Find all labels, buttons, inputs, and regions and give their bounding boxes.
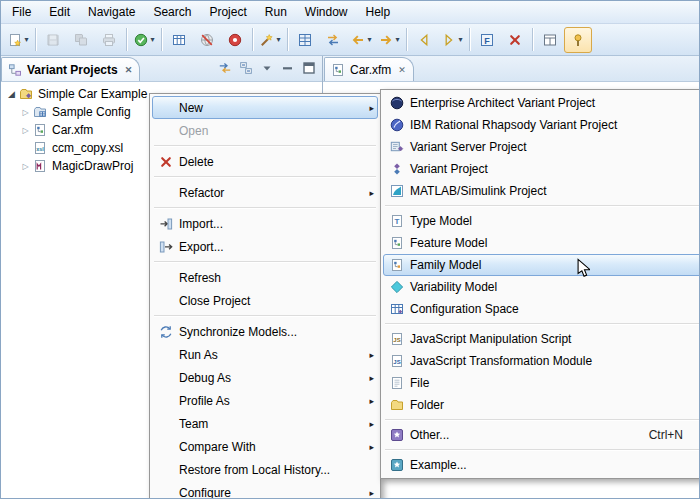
tree-expander-icon[interactable]: ◢ xyxy=(5,89,18,99)
menu-item-variant-project[interactable]: Variant Project xyxy=(383,158,700,180)
web-disabled-button[interactable] xyxy=(193,27,221,53)
pin-editor-button[interactable] xyxy=(564,27,592,53)
swap-arrows-button[interactable] xyxy=(319,27,347,53)
menu-item-feature-model[interactable]: Feature Model xyxy=(383,232,700,254)
menu-item-export[interactable]: Export... xyxy=(152,235,378,258)
dropdown-arrow-icon[interactable]: ▾ xyxy=(24,35,28,44)
menu-item-close-project[interactable]: Close Project xyxy=(152,289,378,312)
collapse-all-button[interactable] xyxy=(237,59,255,77)
menu-item-import[interactable]: Import... xyxy=(152,212,378,235)
table-editor-button[interactable] xyxy=(165,27,193,53)
forward-button[interactable]: ▾ xyxy=(375,27,403,53)
dropdown-arrow-icon[interactable]: ▾ xyxy=(367,35,371,44)
type-model-icon: T xyxy=(389,213,405,229)
dropdown-arrow-icon[interactable]: ▾ xyxy=(276,35,280,44)
menu-item-icon-slot xyxy=(387,139,407,155)
link-with-editor-icon xyxy=(217,60,233,76)
toolbar-separator xyxy=(532,28,533,51)
menu-item-label: Other... xyxy=(407,428,649,442)
next-annotation-button[interactable]: ▾ xyxy=(438,27,466,53)
tab-variant-projects[interactable]: Variant Projects xyxy=(1,57,140,81)
menu-file[interactable]: File xyxy=(3,2,40,22)
tree-item-label: MagicDrawProj xyxy=(52,159,133,173)
stop-red-button[interactable] xyxy=(221,27,249,53)
menu-separator xyxy=(154,176,376,178)
menu-search[interactable]: Search xyxy=(144,2,200,22)
menu-item-label: Delete xyxy=(176,155,374,169)
dropdown-arrow-icon[interactable]: ▾ xyxy=(458,35,462,44)
delete-icon xyxy=(158,154,174,170)
forward-icon xyxy=(378,32,394,48)
menu-item-team[interactable]: Team▸ xyxy=(152,412,378,435)
menu-item-type-model[interactable]: TType Model xyxy=(383,210,700,232)
submenu-arrow-icon: ▸ xyxy=(362,488,374,498)
menu-item-debug-as[interactable]: Debug As▸ xyxy=(152,366,378,389)
new-wizard-button[interactable]: ▾ xyxy=(4,27,32,53)
menu-item-restore-from-local-history[interactable]: Restore from Local History... xyxy=(152,458,378,481)
minimize-button[interactable] xyxy=(279,59,297,77)
menu-window[interactable]: Window xyxy=(296,2,357,22)
menu-run[interactable]: Run xyxy=(256,2,296,22)
menu-item-refresh[interactable]: Refresh xyxy=(152,266,378,289)
menu-help[interactable]: Help xyxy=(357,2,400,22)
menu-item-icon-slot: JS xyxy=(387,331,407,347)
menu-item-matlab-simulink-project[interactable]: MATLAB/Simulink Project xyxy=(383,180,700,202)
menu-project[interactable]: Project xyxy=(200,2,255,22)
menu-item-label: Open xyxy=(176,124,374,138)
dropdown-arrow-icon[interactable]: ▾ xyxy=(150,35,154,44)
menu-separator xyxy=(154,261,376,263)
menu-navigate[interactable]: Navigate xyxy=(79,2,144,22)
tree-expander-icon[interactable]: ▷ xyxy=(19,162,32,171)
print-button xyxy=(95,27,123,53)
tree-expander-icon[interactable]: ▷ xyxy=(19,108,32,117)
menu-item-ibm-rational-rhapsody-variant-project[interactable]: IBM Rational Rhapsody Variant Project xyxy=(383,114,700,136)
table-lens-button[interactable] xyxy=(291,27,319,53)
feature-model-file-icon xyxy=(330,62,346,78)
submenu-arrow-icon: ▸ xyxy=(362,419,374,429)
dropdown-arrow-icon[interactable]: ▾ xyxy=(395,35,399,44)
menu-item-configuration-space[interactable]: Configuration Space xyxy=(383,298,700,320)
link-with-editor-button[interactable] xyxy=(216,59,234,77)
menu-item-synchronize-models[interactable]: Synchronize Models... xyxy=(152,320,378,343)
menu-item-family-model[interactable]: Family Model xyxy=(383,254,700,276)
menu-item-javascript-manipulation-script[interactable]: JSJavaScript Manipulation Script xyxy=(383,328,700,350)
editor-split-button[interactable] xyxy=(536,27,564,53)
close-icon[interactable] xyxy=(398,65,406,75)
menu-item-configure[interactable]: Configure▸ xyxy=(152,481,378,499)
menu-item-javascript-transformation-module[interactable]: JSJavaScript Transformation Module xyxy=(383,350,700,372)
menu-item-label: Family Model xyxy=(407,258,700,272)
delete-button[interactable] xyxy=(501,27,529,53)
close-icon[interactable] xyxy=(125,65,133,75)
rhapsody-icon xyxy=(389,117,405,133)
menu-item-folder[interactable]: Folder xyxy=(383,394,700,416)
menu-item-new[interactable]: New▸ xyxy=(152,96,378,119)
new-feature-button[interactable]: F xyxy=(473,27,501,53)
new-submenu: Enterprise Architect Variant ProjectIBM … xyxy=(380,89,700,479)
menu-item-other[interactable]: Other...Ctrl+N xyxy=(383,424,700,446)
back-button[interactable]: ▾ xyxy=(347,27,375,53)
enterprise-architect-icon xyxy=(389,95,405,111)
menu-item-profile-as[interactable]: Profile As▸ xyxy=(152,389,378,412)
previous-annotation-button[interactable] xyxy=(410,27,438,53)
wand-button[interactable]: ▾ xyxy=(256,27,284,53)
menu-item-file[interactable]: File xyxy=(383,372,700,394)
tree-expander-icon[interactable]: ▷ xyxy=(19,126,32,135)
menu-item-icon-slot xyxy=(387,375,407,391)
menu-item-compare-with[interactable]: Compare With▸ xyxy=(152,435,378,458)
menu-item-example[interactable]: Example... xyxy=(383,454,700,476)
menu-edit[interactable]: Edit xyxy=(40,2,79,22)
open-variant-button[interactable]: ▾ xyxy=(130,27,158,53)
tab-car-xfm[interactable]: Car.xfm xyxy=(324,57,414,81)
menu-item-run-as[interactable]: Run As▸ xyxy=(152,343,378,366)
menu-item-label: Enterprise Architect Variant Project xyxy=(407,96,700,110)
menu-item-variability-model[interactable]: Variability Model xyxy=(383,276,700,298)
js-script-icon: JS xyxy=(389,331,405,347)
menu-item-delete[interactable]: Delete xyxy=(152,150,378,173)
maximize-icon xyxy=(301,60,317,76)
maximize-button[interactable] xyxy=(300,59,318,77)
menu-item-label: Refactor xyxy=(176,186,362,200)
menu-item-variant-server-project[interactable]: Variant Server Project xyxy=(383,136,700,158)
view-menu-button[interactable] xyxy=(258,59,276,77)
menu-item-refactor[interactable]: Refactor▸ xyxy=(152,181,378,204)
menu-item-enterprise-architect-variant-project[interactable]: Enterprise Architect Variant Project xyxy=(383,92,700,114)
